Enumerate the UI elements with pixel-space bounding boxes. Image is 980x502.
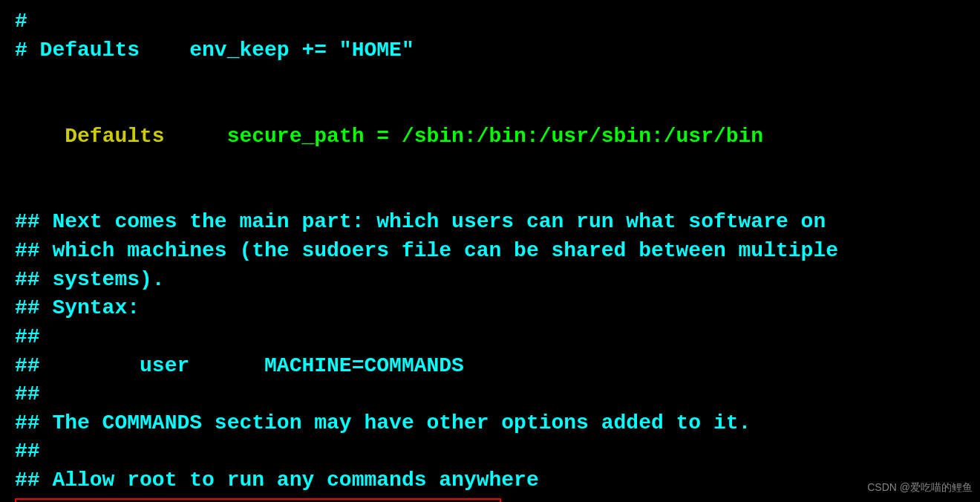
line-blank-2 — [15, 180, 965, 209]
line-commands-section: ## The COMMANDS section may have other o… — [15, 409, 965, 438]
line-defaults: Defaults secure_path = /sbin:/bin:/usr/s… — [15, 94, 965, 180]
line-empty-1: ## — [15, 323, 965, 352]
line-empty-3: ## — [15, 437, 965, 466]
code-editor: # # Defaults env_keep += "HOME" Defaults… — [15, 7, 965, 502]
highlight-box: root ALL=(ALL) ALL mff ALL=(ALL) ALL — [15, 498, 501, 502]
defaults-value: secure_path = /sbin:/bin:/usr/sbin:/usr/… — [165, 125, 764, 148]
line-next-comes: ## Next comes the main part: which users… — [15, 208, 965, 237]
line-allow-root: ## Allow root to run any commands anywhe… — [15, 466, 965, 495]
line-comment-2: # Defaults env_keep += "HOME" — [15, 36, 965, 65]
line-comment-1: # — [15, 7, 965, 36]
line-systems: ## systems). — [15, 266, 965, 295]
root-row: root ALL=(ALL) ALL — [16, 500, 500, 502]
line-user-machine: ## user MACHINE=COMMANDS — [15, 352, 965, 381]
defaults-keyword: Defaults — [65, 125, 164, 148]
line-empty-2: ## — [15, 380, 965, 409]
watermark: CSDN @爱吃喵的鲤鱼 — [867, 480, 973, 495]
line-syntax: ## Syntax: — [15, 294, 965, 323]
line-blank-1 — [15, 65, 965, 94]
line-which-machines: ## which machines (the sudoers file can … — [15, 237, 965, 266]
